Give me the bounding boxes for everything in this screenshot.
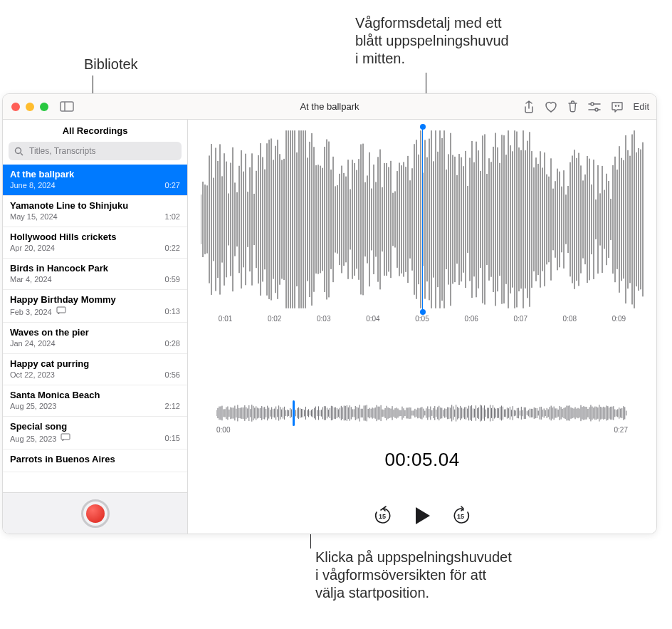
recording-title: Happy cat purring [10,358,180,369]
recording-date: Apr 20, 2024 [10,244,55,252]
recording-item[interactable]: Happy cat purringOct 22, 20230:56 [3,354,187,385]
time-tick: 0:01 [219,315,232,323]
recording-item[interactable]: At the ballparkJune 8, 20240:27 [3,165,187,196]
search-field[interactable] [9,142,182,160]
recording-item[interactable]: Waves on the pierJan 24, 20240:28 [3,323,187,354]
sidebar: All Recordings At the ballparkJune 8, 20… [3,120,188,534]
recording-duration: 0:22 [165,244,180,252]
recording-duration: 1:02 [165,212,180,221]
recording-date: Mar 4, 2024 [10,275,52,284]
sidebar-toggle-button[interactable] [60,101,74,112]
recording-date: Feb 3, 2024 [10,306,66,316]
recording-meta: Jan 24, 20240:28 [10,339,180,348]
recording-title: Special song [10,421,180,432]
recording-item[interactable]: Birds in Hancock ParkMar 4, 20240:59 [3,259,187,290]
recording-title: Happy Birthday Mommy [10,294,180,305]
time-tick: 0:09 [612,315,626,323]
svg-rect-9 [61,434,70,440]
recording-title: Hollywood Hills crickets [10,232,180,242]
recording-title: At the ballpark [10,169,180,180]
overview-end-time: 0:27 [614,426,628,434]
callout-library: Bibliotek [84,56,138,73]
recording-meta: Feb 3, 20240:13 [10,306,180,316]
svg-point-5 [595,108,598,111]
recording-date: Oct 22, 2023 [10,370,55,379]
recording-duration: 0:27 [165,181,180,189]
recordings-list: At the ballparkJune 8, 20240:27Yamanote … [3,165,187,492]
transcript-icon [61,433,70,442]
fullscreen-button[interactable] [40,103,48,111]
svg-rect-8 [57,307,65,313]
waveform-detail[interactable] [201,127,644,312]
recording-meta: May 15, 20241:02 [10,212,180,221]
forward-15-button[interactable]: 15 [451,506,471,526]
recording-duration: 0:28 [165,339,180,348]
recording-duration: 2:12 [165,402,180,410]
detail-playhead[interactable] [422,127,423,312]
app-window: At the ballpark [2,93,657,534]
recording-title: Yamanote Line to Shinjuku [10,200,180,211]
edit-button[interactable]: Edit [634,101,649,112]
close-button[interactable] [11,103,20,111]
favorite-button[interactable] [545,101,557,113]
recording-meta: Mar 4, 20240:59 [10,275,180,284]
recording-item[interactable]: Santa Monica BeachAug 25, 20232:12 [3,385,187,417]
delete-button[interactable] [567,100,578,113]
time-tick: 0:04 [366,315,379,323]
toolbar: At the ballpark [3,94,656,120]
toolbar-right: Edit [523,100,649,113]
time-tick: 0:08 [563,315,577,323]
waveform-time-axis: 0:010:020:030:040:050:060:070:080:09 [201,315,644,329]
record-button[interactable] [81,499,110,528]
recording-duration: 0:59 [165,275,180,284]
svg-point-6 [16,147,21,153]
time-tick: 0:05 [415,315,429,323]
settings-button[interactable] [588,102,601,112]
time-tick: 0:07 [513,315,527,323]
recording-item[interactable]: Hollywood Hills cricketsApr 20, 20240:22 [3,227,187,259]
record-bar [3,492,187,534]
recording-title: Birds in Hancock Park [10,263,180,274]
recording-date: Aug 25, 2023 [10,433,70,443]
recording-meta: Aug 25, 20232:12 [10,402,180,410]
recording-title: Parrots in Buenos Aires [10,454,180,464]
recording-meta: Aug 25, 20230:15 [10,433,180,443]
recording-date: June 8, 2024 [10,181,56,189]
svg-point-3 [591,103,594,105]
main-panel: 0:010:020:030:040:050:060:070:080:09 0:0… [188,120,656,534]
recording-date: Aug 25, 2023 [10,402,56,410]
recording-duration: 0:56 [165,370,180,379]
recording-meta: June 8, 20240:27 [10,181,180,189]
recording-title: Waves on the pier [10,327,180,338]
recording-item[interactable]: Yamanote Line to ShinjukuMay 15, 20241:0… [3,196,187,227]
playback-controls: 15 15 [188,506,656,526]
recording-meta: Apr 20, 20240:22 [10,244,180,252]
traffic-lights [3,103,48,111]
search-icon [14,147,23,156]
overview-start-time: 0:00 [216,426,230,434]
recording-duration: 0:15 [165,434,180,442]
recording-item[interactable]: Parrots in Buenos Aires [3,449,187,472]
svg-rect-0 [61,102,73,111]
rewind-15-button[interactable]: 15 [373,506,393,526]
callout-overview-hint: Klicka på uppspelningshuvudet i vågforms… [315,549,512,602]
time-tick: 0:03 [317,315,330,323]
callout-waveform-detail: Vågformsdetalj med ett blått uppspelning… [355,14,509,68]
overview-playhead[interactable] [293,400,295,426]
recording-item[interactable]: Happy Birthday MommyFeb 3, 20240:13 [3,290,187,323]
search-input[interactable] [28,145,176,157]
playback-time: 00:05.04 [188,449,656,471]
minimize-button[interactable] [26,103,34,111]
play-button[interactable] [413,506,431,526]
time-tick: 0:02 [268,315,281,323]
recording-title: Santa Monica Beach [10,390,180,400]
recording-item[interactable]: Special songAug 25, 20230:15 [3,417,187,449]
share-button[interactable] [523,100,535,113]
recording-date: Jan 24, 2024 [10,339,56,348]
waveform-overview[interactable]: 0:00 0:27 [216,403,628,436]
transcript-button[interactable] [611,101,624,113]
recording-date: May 15, 2024 [10,212,58,221]
recording-meta: Oct 22, 20230:56 [10,370,180,379]
sidebar-header: All Recordings [3,120,187,140]
transcript-icon [56,306,66,315]
